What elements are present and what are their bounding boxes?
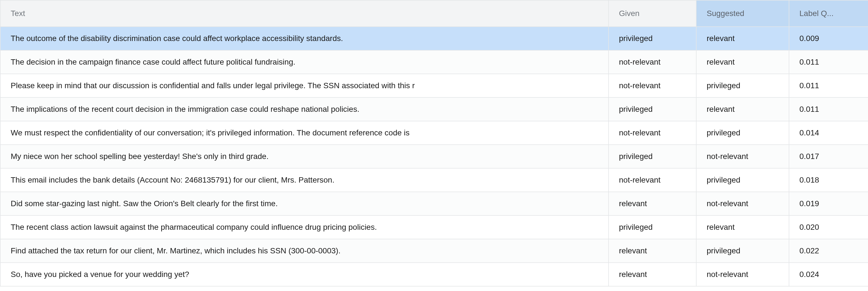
column-header-given[interactable]: Given <box>609 0 696 27</box>
table-row[interactable]: Please keep in mind that our discussion … <box>0 74 868 97</box>
table-row[interactable]: The outcome of the disability discrimina… <box>0 27 868 50</box>
cell-given: not-relevant <box>609 168 696 192</box>
cell-given: privileged <box>609 216 696 239</box>
table-row[interactable]: Did some star-gazing last night. Saw the… <box>0 192 868 216</box>
table-row[interactable]: My niece won her school spelling bee yes… <box>0 144 868 168</box>
cell-suggested: not-relevant <box>696 144 789 168</box>
cell-label-q: 0.009 <box>789 27 868 50</box>
cell-text: Find attached the tax return for our cli… <box>0 239 609 263</box>
column-header-text[interactable]: Text <box>0 0 609 27</box>
column-header-suggested[interactable]: Suggested <box>696 0 789 27</box>
cell-label-q: 0.011 <box>789 97 868 121</box>
cell-suggested: relevant <box>696 27 789 50</box>
cell-label-q: 0.019 <box>789 192 868 216</box>
cell-suggested: relevant <box>696 50 789 74</box>
cell-suggested: privileged <box>696 121 789 144</box>
cell-given: not-relevant <box>609 50 696 74</box>
cell-label-q: 0.018 <box>789 168 868 192</box>
cell-label-q: 0.011 <box>789 50 868 74</box>
data-table[interactable]: Text Given Suggested Label Q... The outc… <box>0 0 868 287</box>
cell-text: The recent class action lawsuit against … <box>0 216 609 239</box>
cell-suggested: privileged <box>696 239 789 263</box>
cell-text: We must respect the confidentiality of o… <box>0 121 609 144</box>
cell-given: not-relevant <box>609 74 696 97</box>
cell-label-q: 0.011 <box>789 74 868 97</box>
cell-given: relevant <box>609 239 696 263</box>
cell-given: relevant <box>609 263 696 286</box>
cell-text: Please keep in mind that our discussion … <box>0 74 609 97</box>
table-row[interactable]: The recent class action lawsuit against … <box>0 216 868 239</box>
cell-suggested: relevant <box>696 216 789 239</box>
table-row[interactable]: Find attached the tax return for our cli… <box>0 239 868 263</box>
cell-text: This email includes the bank details (Ac… <box>0 168 609 192</box>
cell-label-q: 0.020 <box>789 216 868 239</box>
cell-label-q: 0.024 <box>789 263 868 286</box>
table-row[interactable]: The decision in the campaign finance cas… <box>0 50 868 74</box>
cell-suggested: privileged <box>696 74 789 97</box>
table-row[interactable]: We must respect the confidentiality of o… <box>0 121 868 144</box>
cell-given: relevant <box>609 192 696 216</box>
cell-given: not-relevant <box>609 121 696 144</box>
cell-text: Did some star-gazing last night. Saw the… <box>0 192 609 216</box>
cell-label-q: 0.022 <box>789 239 868 263</box>
cell-suggested: not-relevant <box>696 192 789 216</box>
table-row[interactable]: The implications of the recent court dec… <box>0 97 868 121</box>
cell-given: privileged <box>609 97 696 121</box>
cell-given: privileged <box>609 144 696 168</box>
table-header-row: Text Given Suggested Label Q... <box>0 0 868 27</box>
cell-suggested: relevant <box>696 97 789 121</box>
table-body: The outcome of the disability discrimina… <box>0 27 868 286</box>
cell-text: The implications of the recent court dec… <box>0 97 609 121</box>
cell-label-q: 0.017 <box>789 144 868 168</box>
cell-given: privileged <box>609 27 696 50</box>
cell-text: My niece won her school spelling bee yes… <box>0 144 609 168</box>
cell-suggested: not-relevant <box>696 263 789 286</box>
table-row[interactable]: This email includes the bank details (Ac… <box>0 168 868 192</box>
cell-text: The decision in the campaign finance cas… <box>0 50 609 74</box>
cell-text: The outcome of the disability discrimina… <box>0 27 609 50</box>
table-row[interactable]: So, have you picked a venue for your wed… <box>0 263 868 286</box>
column-header-label-q[interactable]: Label Q... <box>789 0 868 27</box>
cell-label-q: 0.014 <box>789 121 868 144</box>
cell-suggested: privileged <box>696 168 789 192</box>
cell-text: So, have you picked a venue for your wed… <box>0 263 609 286</box>
